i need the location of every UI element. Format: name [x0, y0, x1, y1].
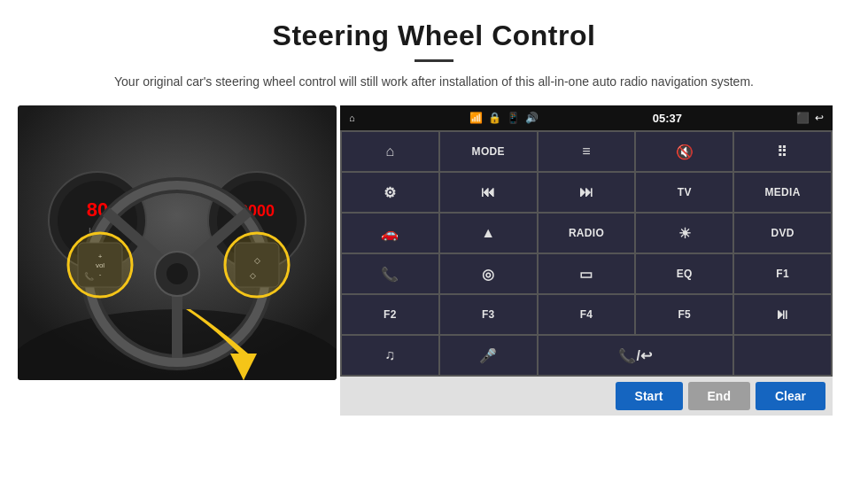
- nav-button[interactable]: ◎: [440, 254, 537, 293]
- back-icon: ↩: [815, 112, 824, 124]
- next-icon: ⏭: [579, 184, 593, 200]
- mute-icon: 🔇: [676, 144, 694, 160]
- home-icon: ⌂: [349, 113, 355, 123]
- playpause-icon: ⏯: [775, 307, 789, 323]
- content-area: 80 km/h 2000 rpm + vol -: [0, 105, 868, 416]
- media-button[interactable]: MEDIA: [734, 173, 831, 212]
- apps-icon: ⠿: [777, 144, 787, 160]
- settings-icon: ⚙: [384, 184, 396, 201]
- action-bar: Start End Clear: [340, 377, 833, 416]
- prev-button[interactable]: ⏮: [440, 173, 537, 212]
- right-status-icons: ⬛ ↩: [796, 112, 824, 124]
- empty-button: [734, 336, 831, 375]
- mic-icon: 🎤: [479, 347, 497, 364]
- music-icon: ♫: [384, 347, 395, 363]
- mode-button[interactable]: MODE: [440, 132, 537, 171]
- wifi-icon: 📶: [469, 112, 483, 124]
- cam-icon: 🚗: [381, 225, 399, 242]
- status-bar: ⌂ 📶 🔒 📱 🔊 05:37 ⬛ ↩: [340, 105, 833, 130]
- status-time: 05:37: [653, 112, 682, 125]
- tv-label: TV: [678, 186, 692, 198]
- home-btn-icon: ⌂: [385, 144, 394, 159]
- dvd-button[interactable]: DVD: [734, 214, 831, 253]
- radio-label: RADIO: [569, 227, 604, 239]
- rect-button[interactable]: ▭: [539, 254, 635, 293]
- f1-button[interactable]: F1: [734, 254, 831, 293]
- list-icon: ≡: [582, 144, 591, 159]
- f5-button[interactable]: F5: [636, 295, 732, 334]
- f5-label: F5: [678, 308, 691, 321]
- eject-button[interactable]: ▲: [440, 214, 537, 253]
- playpause-button[interactable]: ⏯: [734, 295, 831, 334]
- cam-button[interactable]: 🚗: [342, 214, 438, 253]
- window-icon: ⬛: [796, 112, 810, 124]
- call-button[interactable]: 📞/↩: [539, 336, 733, 375]
- end-button[interactable]: End: [688, 382, 750, 410]
- lock-icon: 🔒: [488, 112, 501, 124]
- dvd-label: DVD: [771, 227, 794, 239]
- car-image: 80 km/h 2000 rpm + vol -: [18, 105, 337, 380]
- music-button[interactable]: ♫: [342, 336, 438, 375]
- f3-button[interactable]: F3: [440, 295, 537, 334]
- rect-icon: ▭: [579, 266, 593, 283]
- nav-icon: ◎: [482, 266, 494, 283]
- svg-point-26: [225, 233, 289, 297]
- page-title: Steering Wheel Control: [0, 0, 868, 52]
- list-button[interactable]: ≡: [539, 132, 635, 171]
- brightness-button[interactable]: ☀: [636, 214, 732, 253]
- svg-point-25: [68, 233, 132, 297]
- prev-icon: ⏮: [481, 184, 495, 200]
- brightness-icon: ☀: [678, 225, 691, 242]
- status-icons: 📶 🔒 📱 🔊: [469, 112, 539, 124]
- title-divider: [415, 59, 453, 62]
- eq-button[interactable]: EQ: [636, 254, 732, 293]
- f3-label: F3: [482, 308, 495, 321]
- start-button[interactable]: Start: [616, 382, 683, 410]
- sim-icon: 📱: [507, 112, 520, 124]
- f2-button[interactable]: F2: [342, 295, 438, 334]
- phone-icon: 📞: [381, 266, 399, 283]
- mode-label: MODE: [472, 145, 505, 158]
- clear-button[interactable]: Clear: [756, 382, 825, 410]
- mic-button[interactable]: 🎤: [440, 336, 537, 375]
- settings-button[interactable]: ⚙: [342, 173, 438, 212]
- mute-button[interactable]: 🔇: [636, 132, 732, 171]
- next-button[interactable]: ⏭: [539, 173, 635, 212]
- bt-icon: 🔊: [525, 112, 539, 124]
- f4-label: F4: [580, 308, 593, 321]
- tv-button[interactable]: TV: [636, 173, 732, 212]
- svg-point-16: [167, 263, 188, 284]
- call-icon: 📞/↩: [618, 347, 652, 364]
- f2-label: F2: [384, 308, 397, 321]
- eject-icon: ▲: [481, 225, 495, 241]
- home-button[interactable]: ⌂: [342, 132, 438, 171]
- button-grid: ⌂ MODE ≡ 🔇 ⠿ ⚙ ⏮ ⏭ TV MEDIA 🚗 ▲ RADIO ☀ …: [340, 130, 833, 377]
- radio-button[interactable]: RADIO: [539, 214, 635, 253]
- eq-label: EQ: [677, 268, 693, 280]
- apps-button[interactable]: ⠿: [734, 132, 831, 171]
- subtitle: Your original car's steering wheel contr…: [0, 73, 868, 105]
- ui-panel: ⌂ 📶 🔒 📱 🔊 05:37 ⬛ ↩ ⌂ MODE ≡ 🔇 ⠿ ⚙ ⏮: [340, 105, 833, 416]
- f4-button[interactable]: F4: [539, 295, 635, 334]
- phone-button[interactable]: 📞: [342, 254, 438, 293]
- media-label: MEDIA: [765, 186, 801, 198]
- f1-label: F1: [776, 268, 789, 280]
